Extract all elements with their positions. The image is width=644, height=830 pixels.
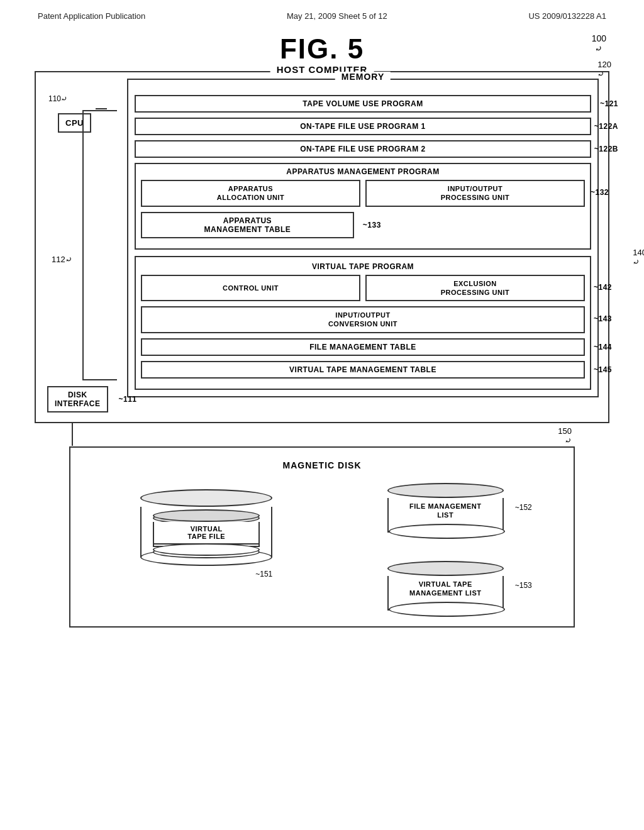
ref-140: 140⤾	[633, 248, 644, 267]
disk-interface-connector	[72, 422, 73, 446]
host-computer-box: HOST COMPUTER 120⤾ 110⤾ CPU 112⤾ MEMO	[35, 71, 609, 423]
ref-152: ~152	[515, 503, 532, 512]
vt-mgmt-list-label: VIRTUAL TAPEMANAGEMENT LIST	[394, 580, 497, 598]
on-tape-prog2-box: ON-TAPE FILE USE PROGRAM 2 ~122B 130⤾	[135, 140, 591, 158]
ref-145: ~145	[594, 365, 612, 374]
ref-144: ~144	[594, 343, 612, 351]
memory-label: MEMORY	[335, 72, 391, 82]
file-mgmt-drum-top	[387, 483, 504, 498]
apparatus-allocation-box: APPARATUSALLOCATION UNIT ~131	[141, 180, 360, 207]
apparatus-mgmt-table-box: APPARATUSMANAGEMENT TABLE ~133	[141, 212, 354, 238]
ref-142: ~142	[594, 283, 612, 293]
inner-drum2-top-ellipse	[153, 509, 260, 522]
file-mgmt-drum-bottom	[389, 524, 505, 539]
inner-drum-body2: VIRTUALTAPE FILE	[153, 522, 260, 545]
apparatus-mgmt-table-wrap: APPARATUSMANAGEMENT TABLE ~133	[141, 212, 585, 238]
vt-mgmt-drum-body: VIRTUAL TAPEMANAGEMENT LIST	[387, 576, 504, 611]
vtp-row-2: INPUT/OUTPUTCONVERSION UNIT ~143	[141, 306, 585, 333]
main-diagram: HOST COMPUTER 120⤾ 110⤾ CPU 112⤾ MEMO	[35, 71, 609, 628]
ref-122b: ~122B	[594, 145, 618, 153]
ref-132: ~132	[591, 189, 609, 199]
inner-drum-bottom-section: VIRTUALTAPE FILE	[153, 509, 260, 556]
memory-section: MEMORY TAPE VOLUME USE PROGRAM ~121 ON-T…	[127, 79, 599, 397]
ref-100: 100 ⤾	[592, 33, 606, 53]
date-sheet: May 21, 2009 Sheet 5 of 12	[287, 11, 387, 21]
file-mgmt-drum-body: FILE MANAGEMENTLIST	[387, 498, 504, 533]
h-line-top	[82, 110, 117, 111]
figure-title-area: FIG. 5 100 ⤾	[0, 33, 644, 65]
apparatus-row-1: APPARATUSALLOCATION UNIT ~131 INPUT/OUTP…	[141, 180, 585, 207]
h-line-bottom	[82, 379, 117, 380]
vtp-row-1: CONTROL UNIT ~141 EXCLUSIONPROCESSING UN…	[141, 275, 585, 302]
ref-150: 150⤾	[35, 426, 572, 445]
magnetic-disk-box: MAGNETIC DISK VIRTUALTAPE FILE	[69, 446, 575, 628]
control-unit-box: CONTROL UNIT ~141	[141, 275, 360, 302]
file-mgmt-drum: FILE MANAGEMENTLIST	[387, 483, 504, 533]
vtp-label: VIRTUAL TAPE PROGRAM	[141, 262, 585, 271]
inner-drum2-bottom-ellipse	[153, 543, 260, 556]
left-drum: VIRTUALTAPE FILE VIRTUALTAPE FILE	[140, 489, 272, 557]
ref-120: 120⤾	[597, 60, 611, 79]
io-conversion-box: INPUT/OUTPUTCONVERSION UNIT ~143	[141, 306, 585, 333]
virtual-tape-mgmt-table-box: VIRTUAL TAPE MANAGEMENT TABLE ~145	[141, 361, 585, 379]
tape-volume-prog-box: TAPE VOLUME USE PROGRAM ~121	[135, 95, 591, 113]
left-drum-wrap: VIRTUALTAPE FILE VIRTUALTAPE FILE	[140, 489, 272, 578]
drum-top	[140, 489, 272, 507]
virtual-tape-program-section: 140⤾ VIRTUAL TAPE PROGRAM CONTROL UNIT ~…	[135, 256, 591, 390]
vt-mgmt-drum-top	[387, 561, 504, 576]
patent-number: US 2009/0132228 A1	[528, 11, 606, 21]
ref-143: ~143	[594, 315, 612, 325]
ref-133: ~133	[363, 221, 381, 230]
ref-151: ~151	[140, 570, 272, 578]
right-drums: FILE MANAGEMENTLIST ~152 VIRTUAL TAPEMAN…	[387, 483, 504, 611]
ref-110-label: 110⤾	[48, 94, 67, 103]
cpu-box: CPU	[58, 113, 91, 133]
page-header: Patent Application Publication May 21, 2…	[0, 0, 644, 27]
ref-122a: ~122A	[594, 122, 618, 131]
apparatus-mgmt-section: APPARATUS MANAGEMENT PROGRAM APPARATUSAL…	[135, 163, 591, 250]
apparatus-mgmt-label: APPARATUS MANAGEMENT PROGRAM	[141, 167, 585, 176]
ref-121: ~121	[600, 99, 618, 108]
exclusion-processing-box: EXCLUSIONPROCESSING UNIT ~142	[365, 275, 585, 302]
disk-content-area: VIRTUALTAPE FILE VIRTUALTAPE FILE	[83, 483, 561, 611]
vt-mgmt-drum-bottom	[389, 602, 505, 617]
file-mgmt-list-label: FILE MANAGEMENTLIST	[394, 502, 497, 520]
ref-112: 112⤾	[52, 255, 72, 264]
io-processing-box: INPUT/OUTPUTPROCESSING UNIT ~132	[365, 180, 585, 207]
ref-153: ~153	[515, 581, 532, 590]
ref-111: ~111	[118, 395, 136, 404]
vt-mgmt-drum: VIRTUAL TAPEMANAGEMENT LIST	[387, 561, 504, 611]
disk-interface-area: DISKINTERFACE ~111	[47, 386, 108, 412]
disk-interface-box: DISKINTERFACE ~111	[47, 386, 108, 412]
vt-mgmt-drum-wrap: VIRTUAL TAPEMANAGEMENT LIST ~153	[387, 561, 504, 611]
publication-label: Patent Application Publication	[38, 11, 145, 21]
file-mgmt-table-box: FILE MANAGEMENT TABLE ~144	[141, 338, 585, 356]
cpu-vertical-line	[82, 110, 84, 380]
magnetic-disk-label: MAGNETIC DISK	[83, 460, 561, 470]
file-mgmt-drum-wrap: FILE MANAGEMENTLIST ~152	[387, 483, 504, 533]
cpu-line	[96, 108, 107, 109]
drum-body: VIRTUALTAPE FILE VIRTUALTAPE FILE	[140, 507, 272, 557]
on-tape-prog1-box: ON-TAPE FILE USE PROGRAM 1 ~122A	[135, 118, 591, 135]
figure-title: FIG. 5	[280, 33, 364, 64]
cpu-area: 110⤾ CPU	[48, 94, 67, 104]
virtual-tape-label-2: VIRTUALTAPE FILE	[187, 525, 225, 540]
